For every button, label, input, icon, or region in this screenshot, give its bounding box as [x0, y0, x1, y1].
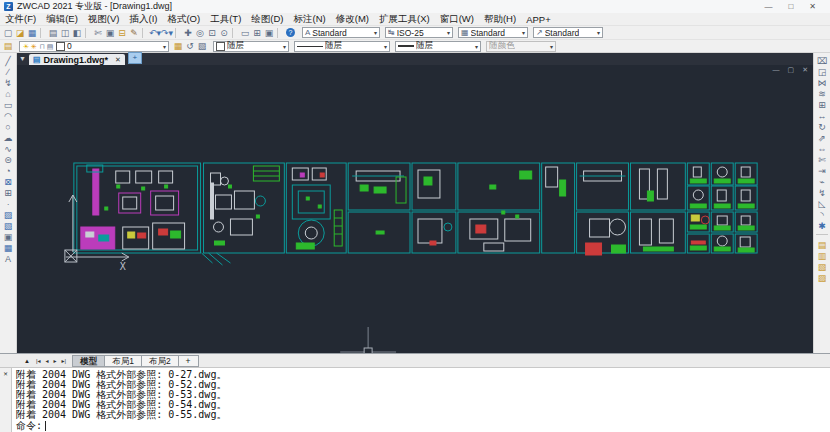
- undo-icon[interactable]: ↶▾: [149, 27, 161, 39]
- new-icon[interactable]: ▢: [2, 27, 14, 39]
- command-prompt-row[interactable]: 命令:: [16, 420, 830, 432]
- break-at-point-icon[interactable]: ⌁: [815, 177, 829, 187]
- draworder-above-icon[interactable]: ▧: [815, 262, 829, 272]
- print-preview-icon[interactable]: ◫: [59, 27, 71, 39]
- rectangle-icon[interactable]: ▭: [1, 100, 15, 110]
- construction-line-icon[interactable]: ∕: [1, 67, 15, 77]
- menu-item[interactable]: 工具(T): [205, 13, 246, 26]
- layout-nav-button[interactable]: ◂: [44, 357, 51, 364]
- extend-icon[interactable]: ⇥: [815, 166, 829, 176]
- chevron-down-icon[interactable]: ▾: [522, 29, 525, 36]
- region-icon[interactable]: ▣: [1, 232, 15, 242]
- chamfer-icon[interactable]: ◺: [815, 199, 829, 209]
- layout-tab[interactable]: 模型: [72, 355, 105, 367]
- layer-states-icon[interactable]: ▧: [196, 40, 208, 52]
- cut-icon[interactable]: ✄: [92, 27, 104, 39]
- chevron-down-icon[interactable]: ▾: [374, 29, 377, 36]
- stretch-icon[interactable]: ⇔: [815, 144, 829, 154]
- table-style-combo[interactable]: ▦ Standard ▾: [458, 27, 528, 38]
- zoom-realtime-icon[interactable]: ◎: [194, 27, 206, 39]
- revision-cloud-icon[interactable]: ☁: [1, 133, 15, 143]
- layout-nav-button[interactable]: ▸|: [60, 357, 69, 364]
- help-icon[interactable]: ?: [286, 28, 295, 37]
- copy-icon[interactable]: ◲: [815, 67, 829, 77]
- menu-item[interactable]: 修改(M): [331, 13, 374, 26]
- draworder-back-icon[interactable]: ▥: [815, 251, 829, 261]
- layout-nav-button[interactable]: ▸: [52, 357, 59, 364]
- viewport-single-icon[interactable]: ▭: [239, 27, 251, 39]
- chevron-down-icon[interactable]: ▾: [283, 43, 286, 50]
- table-icon[interactable]: ▦: [1, 243, 15, 253]
- fillet-icon[interactable]: ◝: [815, 210, 829, 220]
- layout-tab[interactable]: 布局1: [104, 355, 142, 367]
- mdi-minimize-button[interactable]: —: [773, 65, 780, 75]
- mleader-style-combo[interactable]: ↗ Standard ▾: [533, 27, 603, 38]
- menu-item[interactable]: 窗口(W): [435, 13, 479, 26]
- layout-list-button[interactable]: ▲: [24, 358, 30, 364]
- spline-icon[interactable]: ∿: [1, 144, 15, 154]
- chevron-down-icon[interactable]: ▾: [384, 43, 387, 50]
- new-tab-button[interactable]: +: [128, 52, 142, 64]
- menu-item[interactable]: 绘图(D): [246, 13, 288, 26]
- layout-nav-button[interactable]: |◂: [34, 357, 43, 364]
- command-close-icon[interactable]: ✕: [3, 370, 7, 378]
- layout-tab[interactable]: +: [178, 355, 199, 367]
- gradient-icon[interactable]: ▧: [1, 221, 15, 231]
- offset-icon[interactable]: ≋: [815, 89, 829, 99]
- publish-icon[interactable]: ◧: [71, 27, 83, 39]
- zoom-previous-icon[interactable]: ⊙: [218, 27, 230, 39]
- hatch-icon[interactable]: ▨: [1, 210, 15, 220]
- open-icon[interactable]: ◪: [14, 27, 26, 39]
- trim-icon[interactable]: ✄: [815, 155, 829, 165]
- layer-properties-icon[interactable]: ▤: [2, 40, 14, 52]
- dim-style-combo[interactable]: ↹ ISO-25 ▾: [385, 27, 453, 38]
- lineweight-combo[interactable]: 随层 ▾: [395, 41, 481, 52]
- command-body[interactable]: 附着 2004 DWG 格式外部参照: 0-27.dwg。附着 2004 DWG…: [12, 368, 830, 432]
- tab-close-icon[interactable]: ✕: [115, 56, 121, 64]
- menu-item[interactable]: 帮助(H): [479, 13, 521, 26]
- menu-item[interactable]: APP+: [521, 14, 556, 25]
- insert-block-icon[interactable]: ⊠: [1, 177, 15, 187]
- line-icon[interactable]: ╱: [1, 56, 15, 66]
- draworder-front-icon[interactable]: ▤: [815, 240, 829, 250]
- minimize-button[interactable]: —: [764, 2, 772, 11]
- layer-combo[interactable]: ☀✳⊓▤ 0 ▾: [19, 41, 169, 52]
- document-tab[interactable]: ▤ Drawing1.dwg* ✕: [29, 54, 125, 65]
- polygon-icon[interactable]: ⌂: [1, 89, 15, 99]
- redo-icon[interactable]: ↷▾: [161, 27, 173, 39]
- chevron-down-icon[interactable]: ▾: [475, 43, 478, 50]
- mirror-icon[interactable]: ⋈: [815, 78, 829, 88]
- erase-icon[interactable]: ⌧: [815, 56, 829, 66]
- menu-item[interactable]: 扩展工具(X): [374, 13, 435, 26]
- ellipse-icon[interactable]: ⊜: [1, 155, 15, 165]
- ellipse-arc-icon[interactable]: ◔: [1, 166, 15, 176]
- linetype-combo[interactable]: 随层 ▾: [294, 41, 390, 52]
- menu-item[interactable]: 格式(O): [162, 13, 205, 26]
- save-icon[interactable]: ▦: [26, 27, 38, 39]
- move-icon[interactable]: ↔: [815, 111, 829, 121]
- menu-item[interactable]: 文件(F): [0, 13, 41, 26]
- menu-item[interactable]: 编辑(E): [41, 13, 83, 26]
- zoom-window-icon[interactable]: ⊡: [206, 27, 218, 39]
- arc-icon[interactable]: ◠: [1, 111, 15, 121]
- tab-list-button[interactable]: ▼: [19, 53, 26, 65]
- explode-icon[interactable]: ✱: [815, 221, 829, 231]
- menu-item[interactable]: 标注(N): [289, 13, 331, 26]
- viewport-tiled-icon[interactable]: ⊞: [251, 27, 263, 39]
- draworder-below-icon[interactable]: ▨: [815, 273, 829, 283]
- point-icon[interactable]: ∙: [1, 199, 15, 209]
- copy-clip-icon[interactable]: ▣: [104, 27, 116, 39]
- polyline-icon[interactable]: ↯: [1, 78, 15, 88]
- viewport-layout-icon[interactable]: ▣: [263, 27, 275, 39]
- array-icon[interactable]: ⊞: [815, 100, 829, 110]
- paste-icon[interactable]: ⊟: [116, 27, 128, 39]
- make-block-icon[interactable]: ⊞: [1, 188, 15, 198]
- chevron-down-icon[interactable]: ▾: [447, 29, 450, 36]
- mtext-icon[interactable]: A: [1, 254, 15, 264]
- mdi-close-button[interactable]: ✕: [802, 65, 808, 75]
- layout-tab[interactable]: 布局2: [141, 355, 179, 367]
- layer-previous-icon[interactable]: ↺: [184, 40, 196, 52]
- chevron-down-icon[interactable]: ▾: [597, 29, 600, 36]
- circle-icon[interactable]: ○: [1, 122, 15, 132]
- pan-icon[interactable]: ✚: [182, 27, 194, 39]
